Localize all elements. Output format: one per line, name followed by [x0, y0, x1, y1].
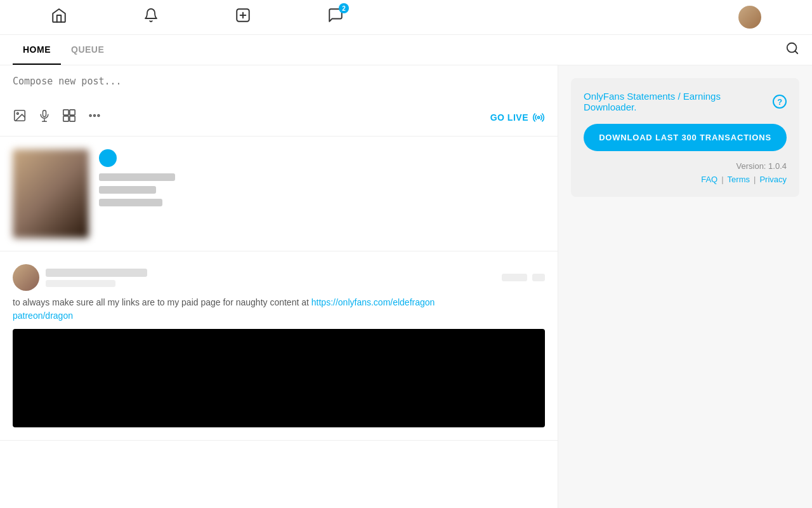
user-avatar[interactable] [738, 6, 761, 29]
privacy-link[interactable]: Privacy [759, 175, 787, 184]
version-text: Version: 1.0.4 [584, 161, 787, 171]
post-user-header-1 [99, 149, 175, 167]
svg-rect-11 [70, 110, 75, 115]
svg-rect-7 [43, 110, 46, 117]
post-username-blurred [99, 173, 175, 181]
svg-line-4 [795, 51, 797, 53]
widget-title[interactable]: OnlyFans Statements / Earnings Downloade… [584, 91, 773, 112]
post-user-2 [13, 264, 147, 291]
svg-rect-12 [63, 116, 69, 121]
help-icon[interactable]: ? [773, 95, 787, 109]
post-card-1 [0, 137, 558, 251]
svg-point-17 [537, 116, 539, 118]
microphone-icon[interactable] [38, 109, 51, 126]
post-text-blurred-1 [99, 186, 156, 194]
go-live-button[interactable]: GO LIVE [490, 111, 545, 124]
more-options-icon[interactable] [88, 109, 102, 126]
widget-footer: Version: 1.0.4 FAQ | Terms | Privacy [584, 161, 787, 184]
handle-blurred-2 [46, 280, 115, 287]
post-avatar-small-1 [99, 149, 117, 167]
post-header-2 [13, 264, 545, 291]
sidebar-column: OnlyFans Statements / Earnings Downloade… [558, 65, 812, 508]
username-blurred-2 [46, 269, 147, 277]
top-nav-icons: 2 [51, 7, 344, 27]
post-top-1 [13, 149, 545, 238]
post-text-before-link: to always make sure all my links are to … [13, 297, 311, 307]
tab-home[interactable]: HOME [13, 36, 61, 65]
footer-links: FAQ | Terms | Privacy [584, 175, 787, 184]
compose-toolbar: GO LIVE [13, 109, 545, 126]
messages-badge: 2 [339, 3, 349, 13]
widget-header: OnlyFans Statements / Earnings Downloade… [584, 91, 787, 112]
post-action-blurred-2 [532, 274, 545, 281]
post-link-2[interactable]: patreon/dragon [13, 311, 73, 321]
messages-icon[interactable]: 2 [327, 7, 344, 27]
sub-nav: HOME QUEUE [0, 35, 812, 65]
user-info-2 [46, 269, 147, 287]
search-icon[interactable] [785, 41, 799, 58]
earnings-widget: OnlyFans Statements / Earnings Downloade… [571, 78, 799, 197]
compose-area: GO LIVE [0, 65, 558, 137]
tab-queue[interactable]: QUEUE [61, 36, 114, 65]
faq-link[interactable]: FAQ [701, 175, 717, 184]
post-actions-right-2 [502, 274, 545, 281]
bell-icon[interactable] [143, 8, 159, 27]
video-player[interactable] [13, 329, 545, 427]
feed-column: GO LIVE [0, 65, 558, 508]
home-icon[interactable] [51, 7, 67, 27]
post-user-info-1 [99, 149, 175, 209]
download-transactions-button[interactable]: DOWNLOAD LAST 300 TRANSACTIONS [584, 124, 787, 151]
svg-point-15 [94, 115, 96, 117]
post-text-2: to always make sure all my links are to … [13, 296, 545, 323]
image-upload-icon[interactable] [13, 109, 27, 126]
sub-nav-tabs: HOME QUEUE [13, 36, 114, 65]
compose-input[interactable] [13, 76, 545, 101]
svg-point-14 [89, 115, 91, 117]
separator-1: | [721, 175, 723, 184]
user-avatar-2[interactable] [13, 264, 39, 291]
post-blurred-image [13, 149, 89, 238]
separator-2: | [754, 175, 756, 184]
compose-actions [13, 109, 102, 126]
svg-rect-10 [63, 110, 69, 115]
svg-point-6 [16, 112, 18, 114]
post-text-blurred-2 [99, 199, 162, 206]
post-card-2: to always make sure all my links are to … [0, 251, 558, 441]
gallery-icon[interactable] [62, 109, 76, 126]
post-action-blurred-1 [502, 274, 527, 281]
top-nav: 2 [0, 0, 812, 35]
go-live-label: GO LIVE [490, 112, 528, 123]
post-link-1[interactable]: https://onlyfans.com/eldefragon [311, 297, 435, 307]
svg-rect-13 [70, 116, 75, 121]
terms-link[interactable]: Terms [728, 175, 750, 184]
svg-point-16 [98, 115, 100, 117]
create-post-icon[interactable] [235, 7, 251, 27]
main-layout: GO LIVE [0, 65, 812, 508]
